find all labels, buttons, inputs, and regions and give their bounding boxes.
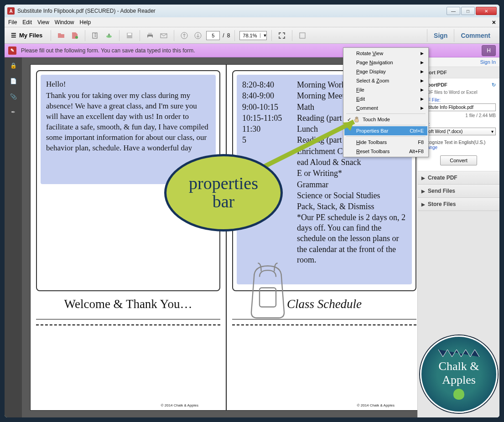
- page-up-icon[interactable]: [179, 30, 190, 41]
- maximize-button[interactable]: □: [461, 7, 475, 15]
- cm-page-display[interactable]: Page Display▶: [344, 67, 427, 76]
- menu-edit[interactable]: Edit: [22, 19, 32, 26]
- cm-touch-mode[interactable]: ✓Touch Mode: [344, 115, 427, 124]
- file-meta: 1 file / 2.44 MB: [421, 113, 496, 118]
- menu-window[interactable]: Window: [55, 19, 74, 26]
- cm-edit[interactable]: Edit▶: [344, 94, 427, 103]
- read-mode-icon[interactable]: [297, 30, 308, 41]
- left-nav-strip: 🔒 📄 📎 ✒: [5, 57, 22, 417]
- page-sep: /: [223, 32, 224, 39]
- send-files-row[interactable]: ▶Send Files: [418, 185, 499, 198]
- chevron-down-icon: ▼: [260, 33, 266, 38]
- tab-sign[interactable]: Sign: [427, 29, 454, 42]
- store-files-row[interactable]: ▶Store Files: [418, 198, 499, 211]
- app-icon: A: [7, 7, 15, 15]
- annotation-callout: properties bar: [164, 154, 283, 232]
- cm-reset-toolbars[interactable]: Reset ToolbarsAlt+F8: [344, 147, 427, 156]
- cloud-icon[interactable]: [104, 30, 114, 41]
- close-button[interactable]: ✕: [476, 7, 497, 15]
- myfiles-button[interactable]: ☰ My Files: [7, 32, 46, 39]
- lock-icon[interactable]: 🔒: [9, 61, 18, 70]
- main-toolbar: ☰ My Files / 8 78.1% ▼ Sign Comment: [5, 27, 499, 44]
- view-context-menu: Rotate View▶ Page Navigation▶ Page Displ…: [343, 47, 429, 157]
- svg-rect-6: [148, 33, 152, 35]
- open-icon[interactable]: [56, 30, 67, 41]
- info-message: Please fill out the following form. You …: [21, 47, 195, 54]
- convert-button[interactable]: Convert: [440, 155, 477, 165]
- svg-rect-11: [300, 33, 305, 38]
- highlight-fields-button[interactable]: H: [482, 45, 496, 56]
- hamburger-icon: ☰: [11, 32, 16, 39]
- pages-icon[interactable]: 📄: [9, 77, 18, 86]
- signature-icon[interactable]: ✒: [9, 108, 18, 117]
- svg-rect-4: [128, 33, 131, 35]
- convert-to-select[interactable]: osoft Word (*.docx)▾: [421, 128, 496, 135]
- refresh-icon[interactable]: ↻: [492, 82, 496, 88]
- print-icon[interactable]: [145, 30, 156, 41]
- doc-close-button[interactable]: ×: [492, 19, 496, 26]
- page2-title: Class Schedule: [227, 297, 417, 311]
- recognize-text: Recognize Text in English(U.S.): [421, 140, 496, 145]
- copyright-left: © 2014 Chalk & Apples: [161, 403, 198, 407]
- export-pdf-header[interactable]: ▼ort PDF: [418, 67, 499, 78]
- cm-file[interactable]: File▶: [344, 85, 427, 94]
- hello-text: Hello!: [46, 79, 210, 90]
- apple-icon: [453, 389, 464, 400]
- email-icon[interactable]: [158, 30, 169, 41]
- zoom-select[interactable]: 78.1% ▼: [239, 31, 266, 40]
- hand-icon: [353, 116, 360, 123]
- svg-rect-7: [148, 36, 152, 38]
- convert-to-label: t To:: [421, 122, 496, 127]
- pdf-file-label: PDF File:: [421, 98, 496, 103]
- chevron-down-icon: ▾: [491, 129, 494, 134]
- page-total: 8: [227, 32, 230, 39]
- pe-note: *Our PE schedule is 2 days on, 2 days of…: [297, 212, 406, 266]
- chalk-apples-logo: Chalk & Apples: [420, 335, 498, 413]
- cm-page-nav[interactable]: Page Navigation▶: [344, 58, 427, 67]
- signin-link[interactable]: Sign In: [418, 57, 499, 67]
- menu-help[interactable]: Help: [80, 19, 91, 26]
- cm-comment[interactable]: Comment▶: [344, 103, 427, 113]
- backpack-icon: [240, 260, 295, 321]
- copyright-right: © 2014 Chalk & Apples: [357, 403, 395, 407]
- cm-properties-bar[interactable]: Properties BarCtrl+E: [344, 126, 427, 135]
- svg-point-0: [75, 36, 78, 39]
- menu-view[interactable]: View: [37, 19, 49, 26]
- body-text: Thank you for taking over my class durin…: [46, 91, 210, 154]
- export-icon[interactable]: [90, 30, 101, 41]
- page-number-input[interactable]: [206, 31, 220, 40]
- save-icon[interactable]: [124, 30, 135, 41]
- pdf-icon: ✎: [8, 46, 16, 55]
- page1-title: Welcome & Thank You…: [31, 297, 226, 311]
- title-bar: A Substitute Info Flipbook.pdf (SECURED)…: [5, 5, 499, 17]
- pdf-page-left: Hello! Thank you for taking over my clas…: [30, 64, 226, 411]
- cm-hide-toolbars[interactable]: Hide ToolbarsF8: [344, 138, 427, 147]
- page-down-icon[interactable]: [192, 30, 203, 41]
- attachment-icon[interactable]: 📎: [9, 92, 18, 101]
- menu-bar: File Edit View Window Help ×: [5, 17, 499, 27]
- cm-select-zoom[interactable]: Select & Zoom▶: [344, 76, 427, 85]
- fit-icon[interactable]: [276, 30, 287, 41]
- export-sub: t PDF files to Word or Excel: [421, 90, 496, 95]
- create-icon[interactable]: [69, 30, 80, 41]
- window-title: Substitute Info Flipbook.pdf (SECURED) -…: [17, 8, 156, 14]
- menu-file[interactable]: File: [8, 19, 17, 26]
- create-pdf-row[interactable]: ▶Create PDF: [418, 171, 499, 185]
- tab-comment[interactable]: Comment: [454, 29, 497, 42]
- minimize-button[interactable]: —: [447, 7, 460, 15]
- pdf-file-field[interactable]: bstitute Info Flipbook.pdf: [421, 103, 496, 111]
- change-link[interactable]: Change: [421, 145, 496, 150]
- cm-rotate[interactable]: Rotate View▶: [344, 49, 427, 58]
